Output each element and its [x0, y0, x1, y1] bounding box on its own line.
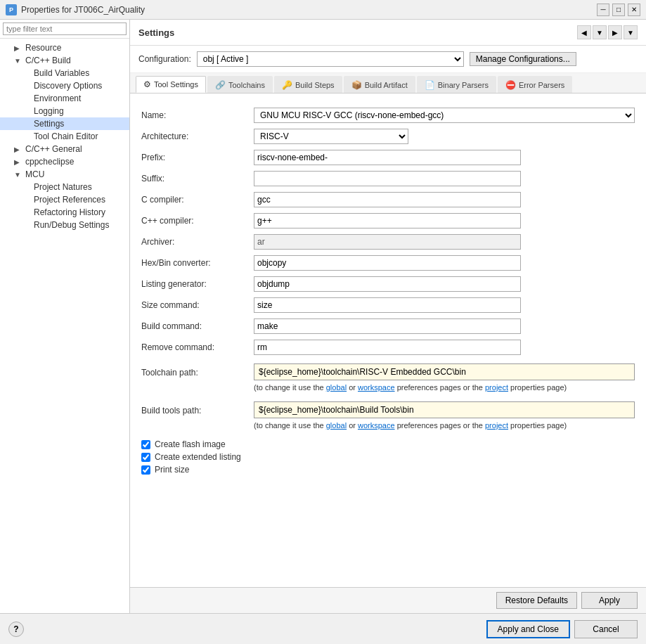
- sidebar-item-run-debug-settings[interactable]: Run/Debug Settings: [0, 219, 129, 231]
- print-size-row: Print size: [141, 465, 635, 475]
- size-input[interactable]: [254, 297, 521, 313]
- print-size-label: Print size: [155, 465, 189, 475]
- cpp-compiler-label: C++ compiler:: [141, 210, 254, 231]
- nav-dropdown2-button[interactable]: ▼: [624, 25, 638, 39]
- tab-binary-parsers[interactable]: 📄 Binary Parsers: [417, 76, 496, 93]
- archiver-input[interactable]: [254, 234, 521, 250]
- create-flash-checkbox[interactable]: [141, 440, 150, 449]
- maximize-button[interactable]: □: [612, 4, 625, 16]
- sidebar-item-label: MCU: [25, 169, 44, 179]
- sidebar-item-label: Project References: [34, 195, 105, 205]
- title-bar: P Properties for JT006C_AirQuality ─ □ ✕: [0, 0, 646, 20]
- toolchain-path-input[interactable]: [254, 363, 635, 380]
- name-select[interactable]: GNU MCU RISC-V GCC (riscv-none-embed-gcc…: [254, 108, 635, 123]
- cancel-button[interactable]: Cancel: [574, 620, 638, 638]
- sidebar-item-cpp-general[interactable]: ▶ C/C++ General: [0, 143, 129, 155]
- architecture-label: Architecture:: [141, 126, 254, 147]
- build-tools-workspace-link[interactable]: workspace: [358, 421, 395, 430]
- build-tools-project-link[interactable]: project: [485, 421, 508, 430]
- sidebar-item-environment[interactable]: Environment: [0, 92, 129, 105]
- tab-tool-settings[interactable]: ⚙ Tool Settings: [136, 76, 206, 93]
- tab-label: Binary Parsers: [438, 81, 489, 89]
- create-flash-row: Create flash image: [141, 439, 635, 449]
- build-tools-global-link[interactable]: global: [326, 421, 347, 430]
- config-label: Configuration:: [138, 54, 191, 64]
- suffix-input[interactable]: [254, 171, 521, 186]
- create-extended-label: Create extended listing: [155, 452, 241, 462]
- create-extended-checkbox[interactable]: [141, 453, 150, 462]
- sidebar-item-settings[interactable]: Settings: [0, 117, 129, 130]
- sidebar-item-project-references[interactable]: Project References: [0, 193, 129, 206]
- hexbin-label: Hex/Bin converter:: [141, 252, 254, 273]
- nav-back-button[interactable]: ◀: [577, 25, 591, 39]
- cpp-compiler-input[interactable]: [254, 213, 521, 228]
- toolchain-path-label: Toolchain path:: [141, 363, 254, 393]
- build-artifact-icon: 📦: [351, 80, 362, 90]
- remove-cmd-input[interactable]: [254, 340, 521, 355]
- tab-error-parsers[interactable]: ⛔ Error Parsers: [498, 76, 572, 93]
- tree-arrow: ▶: [14, 158, 22, 166]
- c-compiler-control: [254, 189, 635, 210]
- sidebar-item-label: Discovery Options: [34, 81, 102, 91]
- hexbin-input[interactable]: [254, 255, 521, 271]
- print-size-checkbox[interactable]: [141, 465, 150, 475]
- tab-build-steps[interactable]: 🔑 Build Steps: [274, 76, 342, 93]
- size-label: Size command:: [141, 295, 254, 316]
- build-cmd-input[interactable]: [254, 318, 521, 334]
- tab-label: Tool Settings: [154, 80, 198, 89]
- listing-input[interactable]: [254, 276, 521, 292]
- restore-defaults-button[interactable]: Restore Defaults: [496, 592, 577, 609]
- nav-dropdown-button[interactable]: ▼: [593, 25, 607, 39]
- sidebar-item-refactoring-history[interactable]: Refactoring History: [0, 206, 129, 219]
- prefix-input[interactable]: [254, 150, 521, 165]
- configuration-select[interactable]: obj [ Active ]: [197, 51, 464, 67]
- help-button[interactable]: ?: [8, 622, 24, 637]
- filter-input[interactable]: [3, 22, 127, 35]
- build-cmd-control: [254, 316, 635, 337]
- sidebar-item-tool-chain-editor[interactable]: Tool Chain Editor: [0, 130, 129, 143]
- manage-configurations-button[interactable]: Manage Configurations...: [470, 52, 576, 66]
- size-control: [254, 295, 635, 316]
- build-tools-path-row: Build tools path: (to change it use the …: [141, 401, 635, 431]
- form-grid: Name: GNU MCU RISC-V GCC (riscv-none-emb…: [141, 105, 635, 358]
- c-compiler-input[interactable]: [254, 192, 521, 207]
- sidebar-item-discovery-options[interactable]: Discovery Options: [0, 79, 129, 92]
- minimize-button[interactable]: ─: [597, 4, 609, 16]
- build-tools-path-content: (to change it use the global or workspac…: [254, 401, 635, 431]
- tree-arrow: ▼: [14, 57, 22, 65]
- toolchain-workspace-link[interactable]: workspace: [358, 383, 395, 392]
- sidebar-item-cppcheclipse[interactable]: ▶ cppcheclipse: [0, 155, 129, 168]
- prefix-control: [254, 147, 635, 168]
- nav-forward-button[interactable]: ▶: [608, 25, 622, 39]
- toolchain-global-link[interactable]: global: [326, 383, 347, 392]
- sidebar-item-label: C/C++ General: [25, 144, 82, 154]
- apply-button[interactable]: Apply: [581, 592, 638, 609]
- build-cmd-label: Build command:: [141, 316, 254, 337]
- tree: ▶ Resource ▼ C/C++ Build Build Variables…: [0, 39, 129, 613]
- architecture-select[interactable]: RISC-V: [254, 129, 408, 144]
- sidebar-item-cpp-build[interactable]: ▼ C/C++ Build: [0, 54, 129, 67]
- sidebar-item-label: Settings: [34, 119, 64, 129]
- sidebar-item-mcu[interactable]: ▼ MCU: [0, 168, 129, 181]
- sidebar-item-label: Refactoring History: [34, 207, 105, 217]
- sidebar-item-label: Tool Chain Editor: [34, 131, 98, 141]
- suffix-control: [254, 168, 635, 189]
- build-tools-path-input[interactable]: [254, 401, 635, 418]
- cpp-compiler-control: [254, 210, 635, 231]
- close-button[interactable]: ✕: [628, 4, 640, 16]
- footer: ? Apply and Close Cancel: [0, 613, 646, 644]
- tool-settings-icon: ⚙: [143, 79, 151, 89]
- toolchain-path-content: (to change it use the global or workspac…: [254, 363, 635, 393]
- sidebar-item-logging[interactable]: Logging: [0, 105, 129, 117]
- sidebar-item-build-variables[interactable]: Build Variables: [0, 67, 129, 79]
- path-section: Toolchain path: (to change it use the gl…: [141, 363, 635, 431]
- error-parsers-icon: ⛔: [505, 80, 516, 90]
- page-title: Settings: [138, 27, 174, 38]
- sidebar-item-resource[interactable]: ▶ Resource: [0, 41, 129, 54]
- sidebar-item-project-natures[interactable]: Project Natures: [0, 181, 129, 193]
- tab-toolchains[interactable]: 🔗 Toolchains: [207, 76, 273, 93]
- apply-and-close-button[interactable]: Apply and Close: [486, 620, 570, 638]
- toolchain-project-link[interactable]: project: [485, 383, 508, 392]
- bottom-bar: Restore Defaults Apply: [130, 587, 646, 613]
- tab-build-artifact[interactable]: 📦 Build Artifact: [344, 76, 415, 93]
